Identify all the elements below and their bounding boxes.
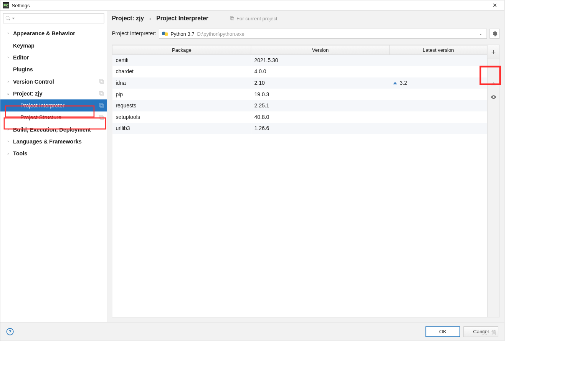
table-row[interactable]: setuptools40.8.0 — [112, 111, 487, 123]
package-latest-cell — [390, 123, 487, 134]
sidebar-item-label: Keymap — [13, 42, 35, 49]
window-title: Settings — [12, 3, 488, 8]
table-row[interactable]: chardet4.0.0 — [112, 66, 487, 77]
package-name-cell: idna — [112, 77, 251, 89]
sidebar-item-label: Tools — [13, 150, 27, 157]
breadcrumb-separator-icon: › — [149, 15, 151, 21]
question-icon: ? — [8, 329, 11, 334]
package-latest-cell: 3.2 — [390, 77, 487, 89]
package-version-cell: 2021.5.30 — [251, 54, 390, 66]
chevron-right-icon: › — [7, 151, 10, 156]
svg-rect-5 — [101, 104, 104, 107]
sidebar-item-project-structure[interactable]: Project Structure — [0, 112, 107, 124]
body-area: ›Appearance & BehaviorKeymap›EditorPlugi… — [0, 10, 504, 322]
packages-table: Package Version Latest version certifi20… — [112, 45, 487, 134]
sidebar-item-languages-frameworks[interactable]: ›Languages & Frameworks — [0, 135, 107, 147]
python-icon — [162, 31, 168, 37]
svg-rect-7 — [101, 117, 104, 120]
svg-rect-4 — [99, 104, 102, 107]
search-field[interactable] — [16, 15, 102, 21]
sidebar-item-project-interpreter[interactable]: Project Interpreter — [0, 99, 107, 111]
sidebar-item-plugins[interactable]: Plugins — [0, 63, 107, 75]
package-version-cell: 4.0.0 — [251, 66, 390, 77]
package-version-cell: 40.8.0 — [251, 111, 390, 123]
eye-icon — [491, 94, 497, 100]
sidebar-item-editor[interactable]: ›Editor — [0, 51, 107, 63]
settings-tree: ›Appearance & BehaviorKeymap›EditorPlugi… — [0, 26, 107, 322]
packages-toolbar: ＋ — [487, 45, 499, 317]
table-row[interactable]: certifi2021.5.30 — [112, 54, 487, 66]
svg-rect-2 — [99, 91, 102, 94]
packages-area: Package Version Latest version certifi20… — [112, 45, 499, 318]
interpreter-path: D:\python\python.exe — [197, 31, 244, 36]
package-latest-cell — [390, 89, 487, 100]
sidebar: ›Appearance & BehaviorKeymap›EditorPlugi… — [0, 11, 107, 322]
package-name-cell: urllib3 — [112, 123, 251, 134]
gear-icon — [492, 31, 498, 37]
column-header-version[interactable]: Version — [251, 45, 390, 54]
chevron-down-icon — [12, 18, 15, 19]
package-name-cell: pip — [112, 89, 251, 100]
upgrade-package-button[interactable] — [491, 77, 497, 91]
search-icon — [5, 16, 11, 21]
column-header-package[interactable]: Package — [112, 45, 251, 54]
interpreter-settings-button[interactable] — [489, 29, 499, 39]
settings-window: PC Settings ✕ ›Appearance & BehaviorKeym… — [0, 0, 505, 341]
package-version-cell: 2.10 — [251, 77, 390, 89]
svg-rect-1 — [101, 81, 104, 84]
package-name-cell: requests — [112, 100, 251, 112]
ok-button[interactable]: OK — [425, 326, 460, 337]
sidebar-item-version-control[interactable]: ›Version Control — [0, 76, 107, 87]
chevron-down-icon: ⌄ — [7, 91, 10, 96]
package-latest-cell — [390, 111, 487, 123]
help-button[interactable]: ? — [7, 328, 14, 335]
sidebar-item-label: Version Control — [13, 78, 54, 85]
plus-icon: ＋ — [490, 46, 497, 56]
package-version-cell: 1.26.6 — [251, 123, 390, 134]
show-early-releases-button[interactable] — [491, 91, 497, 104]
svg-rect-9 — [231, 18, 234, 20]
sidebar-item-label: Editor — [13, 54, 29, 61]
chevron-right-icon: › — [7, 139, 10, 144]
svg-rect-6 — [99, 115, 102, 119]
package-name-cell: setuptools — [112, 111, 251, 123]
package-version-cell: 19.0.3 — [251, 89, 390, 100]
package-version-cell: 2.25.1 — [251, 100, 390, 112]
table-row[interactable]: requests2.25.1 — [112, 100, 487, 112]
project-scope-icon — [99, 115, 104, 120]
svg-rect-3 — [101, 92, 104, 96]
project-scope-icon — [99, 79, 104, 84]
column-header-latest[interactable]: Latest version — [390, 45, 487, 54]
sidebar-item-label: Plugins — [13, 66, 33, 73]
table-row[interactable]: pip19.0.3 — [112, 89, 487, 100]
chevron-right-icon: › — [7, 55, 10, 60]
table-row[interactable]: idna2.103.2 — [112, 77, 487, 89]
sidebar-item-label: Project Interpreter — [20, 102, 64, 109]
breadcrumb-project[interactable]: Project: zjy — [112, 15, 144, 22]
interpreter-label: Project Interpreter: — [112, 31, 156, 37]
package-latest-cell — [390, 54, 487, 66]
sidebar-item-tools[interactable]: ›Tools — [0, 148, 107, 160]
sidebar-item-project-zjy[interactable]: ⌄Project: zjy — [0, 87, 107, 99]
sidebar-item-build-execution-deployment[interactable]: ›Build, Execution, Deployment — [0, 124, 107, 135]
breadcrumb-page: Project Interpreter — [156, 15, 208, 22]
table-row[interactable]: urllib31.26.6 — [112, 123, 487, 134]
chevron-right-icon: › — [7, 79, 10, 84]
sidebar-item-label: Appearance & Behavior — [13, 30, 75, 37]
sidebar-item-keymap[interactable]: Keymap — [0, 40, 107, 51]
search-input[interactable] — [3, 13, 104, 23]
sidebar-item-label: Project Structure — [20, 114, 61, 121]
triangle-up-icon — [491, 81, 497, 87]
chevron-right-icon: › — [7, 31, 10, 36]
sidebar-item-label: Project: zjy — [13, 90, 43, 97]
svg-rect-8 — [230, 16, 233, 19]
sidebar-item-label: Languages & Frameworks — [13, 138, 82, 145]
close-icon[interactable]: ✕ — [488, 2, 502, 9]
interpreter-dropdown[interactable]: Python 3.7 D:\python\python.exe ⌄ — [159, 29, 487, 39]
footer: ? OK Cancel — [0, 322, 504, 341]
upgrade-available-icon — [393, 82, 397, 84]
cancel-button[interactable]: Cancel — [464, 326, 498, 337]
sidebar-item-appearance-behavior[interactable]: ›Appearance & Behavior — [0, 27, 107, 39]
add-package-button[interactable]: ＋ — [487, 45, 499, 58]
app-icon: PC — [3, 2, 9, 8]
